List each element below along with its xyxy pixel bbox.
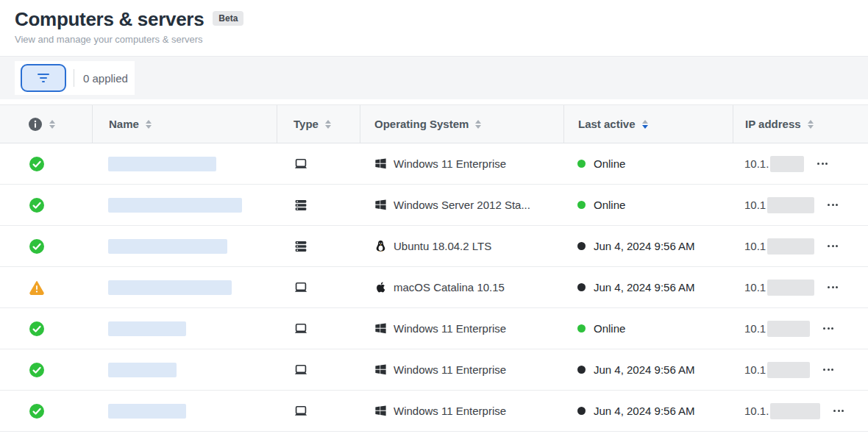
windows-logo-icon xyxy=(374,363,388,377)
redacted-device-name xyxy=(108,321,186,336)
redacted-ip xyxy=(767,197,814,213)
column-header-last-active[interactable]: Last active xyxy=(563,105,733,143)
sort-icon xyxy=(146,120,152,129)
devices-table: Name Type Operating System Last active I… xyxy=(0,104,868,432)
filter-card: 0 applied xyxy=(15,61,135,95)
redacted-ip xyxy=(767,321,810,337)
beta-badge: Beta xyxy=(213,11,243,26)
windows-logo-icon xyxy=(374,198,388,212)
apple-logo-icon xyxy=(374,280,388,294)
status-ok-icon xyxy=(29,198,44,213)
row-actions-button[interactable] xyxy=(822,324,835,332)
last-active-label: Jun 4, 2024 9:56 AM xyxy=(594,363,695,376)
row-actions-button[interactable] xyxy=(826,242,839,250)
table-row: Windows 11 EnterpriseJun 4, 2024 9:56 AM… xyxy=(0,349,868,391)
column-label: Last active xyxy=(578,118,636,130)
os-label: macOS Catalina 10.15 xyxy=(394,281,505,294)
ip-address-prefix: 10.1. xyxy=(744,157,769,170)
status-ok-icon xyxy=(29,404,44,419)
column-header-operating-system[interactable]: Operating System xyxy=(360,105,563,143)
server-icon xyxy=(293,197,309,213)
page-title: Computers & servers xyxy=(15,7,204,31)
laptop-icon xyxy=(293,362,309,378)
online-status-dot xyxy=(577,201,586,209)
row-actions-button[interactable] xyxy=(832,407,845,415)
os-label: Windows Server 2012 Sta... xyxy=(394,199,530,211)
last-active-label: Online xyxy=(594,199,625,211)
redacted-ip xyxy=(767,280,814,296)
redacted-ip xyxy=(770,156,804,172)
status-ok-icon xyxy=(29,239,44,254)
last-active-label: Jun 4, 2024 9:56 AM xyxy=(594,405,695,417)
sort-icon xyxy=(325,120,331,129)
laptop-icon xyxy=(293,280,309,296)
table-row: Windows 11 EnterpriseOnline10.1. xyxy=(0,143,868,185)
status-ok-icon xyxy=(29,157,44,171)
laptop-icon xyxy=(293,156,309,172)
offline-status-dot xyxy=(577,407,586,415)
filters-applied-count: 0 applied xyxy=(83,72,128,85)
redacted-device-name xyxy=(108,280,232,295)
redacted-ip xyxy=(767,238,814,255)
column-label: Operating System xyxy=(374,118,469,130)
ip-address-prefix: 10.1 xyxy=(744,363,766,376)
redacted-device-name xyxy=(108,239,227,254)
sort-icon xyxy=(49,120,55,129)
filter-lines-icon xyxy=(38,74,49,75)
row-actions-button[interactable] xyxy=(816,160,829,168)
column-header-name[interactable]: Name xyxy=(92,105,277,143)
sort-icon xyxy=(808,120,814,129)
laptop-icon xyxy=(293,403,309,419)
table-row: Ubuntu 18.04.2 LTSJun 4, 2024 9:56 AM10.… xyxy=(0,226,868,267)
info-icon xyxy=(28,117,43,132)
ip-address-prefix: 10.1 xyxy=(744,281,766,294)
column-label: Name xyxy=(109,118,139,130)
last-active-label: Jun 4, 2024 9:56 AM xyxy=(594,281,695,294)
column-header-status[interactable] xyxy=(0,105,92,143)
filter-band: 0 applied xyxy=(0,57,868,99)
table-row: Windows 11 EnterpriseOnline10.1 xyxy=(0,308,868,349)
sort-icon xyxy=(475,120,481,129)
redacted-device-name xyxy=(108,404,186,419)
table-body: Windows 11 EnterpriseOnline10.1.Windows … xyxy=(0,143,868,432)
offline-status-dot xyxy=(577,366,586,374)
filter-divider xyxy=(74,69,74,87)
offline-status-dot xyxy=(577,242,586,250)
last-active-label: Jun 4, 2024 9:56 AM xyxy=(594,240,695,252)
last-active-label: Online xyxy=(594,157,625,170)
offline-status-dot xyxy=(577,283,586,291)
table-row: Windows Server 2012 Sta...Online10.1 xyxy=(0,185,868,226)
redacted-ip xyxy=(770,403,820,419)
page-header: Computers & servers Beta View and manage… xyxy=(0,0,868,57)
table-row: Windows 11 EnterpriseJun 4, 2024 9:56 AM… xyxy=(0,391,868,432)
ip-address-prefix: 10.1 xyxy=(744,199,766,211)
windows-logo-icon xyxy=(374,157,388,171)
status-ok-icon xyxy=(29,363,44,377)
filter-button[interactable] xyxy=(21,64,66,92)
ip-address-prefix: 10.1 xyxy=(744,240,766,252)
windows-logo-icon xyxy=(374,321,388,335)
column-label: IP address xyxy=(745,118,801,130)
sort-icon xyxy=(642,120,648,129)
row-actions-button[interactable] xyxy=(826,201,839,209)
laptop-icon xyxy=(293,321,309,337)
linux-logo-icon xyxy=(374,239,388,253)
table-header-row: Name Type Operating System Last active I… xyxy=(0,104,868,143)
column-header-ip-address[interactable]: IP address xyxy=(733,105,868,143)
row-actions-button[interactable] xyxy=(822,366,835,374)
status-warning-icon xyxy=(29,280,44,295)
online-status-dot xyxy=(577,160,586,168)
redacted-device-name xyxy=(108,157,216,171)
ip-address-prefix: 10.1 xyxy=(744,322,766,335)
status-ok-icon xyxy=(29,321,44,336)
page-subtitle: View and manage your computers & servers xyxy=(15,34,868,45)
server-icon xyxy=(293,238,309,255)
os-label: Windows 11 Enterprise xyxy=(394,157,506,170)
column-header-type[interactable]: Type xyxy=(277,105,360,143)
last-active-label: Online xyxy=(594,322,625,335)
column-label: Type xyxy=(294,118,319,130)
row-actions-button[interactable] xyxy=(826,283,839,291)
os-label: Windows 11 Enterprise xyxy=(394,405,506,417)
os-label: Ubuntu 18.04.2 LTS xyxy=(394,240,491,252)
online-status-dot xyxy=(577,324,586,332)
